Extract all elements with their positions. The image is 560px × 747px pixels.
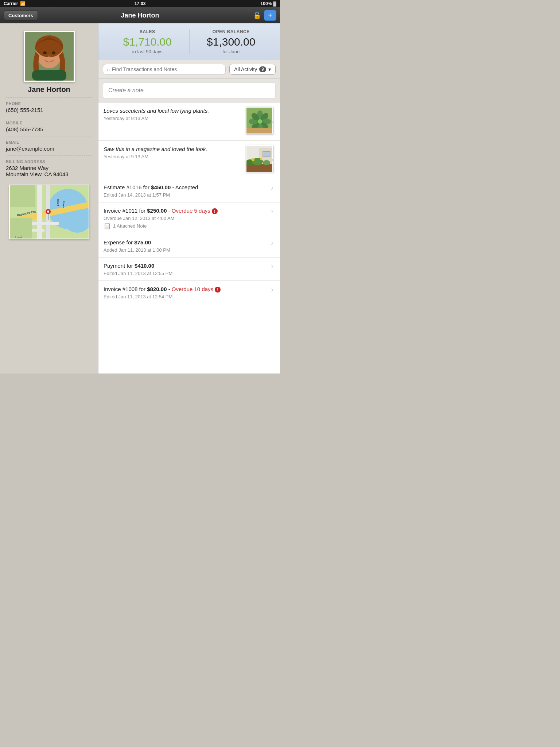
wifi-icon: 📶 xyxy=(20,1,26,6)
filter-button[interactable]: All Activity 9 ▾ xyxy=(229,64,276,75)
list-item[interactable]: Estimate #1016 for $450.00 - Accepted Ed… xyxy=(98,179,280,202)
note-text-italic: Loves succulents and local low lying pla… xyxy=(104,108,209,114)
balance-stat: OPEN BALANCE $1,300.00 for Jane xyxy=(189,29,273,54)
svg-text:Legal: Legal xyxy=(15,236,22,239)
activity-text: Estimate #1016 for $450.00 - Accepted Ed… xyxy=(104,183,272,198)
svg-point-20 xyxy=(47,210,49,213)
map-frame[interactable]: Bayshore Fwy Moun Shore Legal xyxy=(9,185,89,239)
map-svg: Bayshore Fwy Moun Shore Legal xyxy=(10,185,89,239)
list-item[interactable]: Expense for $75.00 Added Jan 11, 2013 at… xyxy=(98,234,280,258)
chevron-right-icon: › xyxy=(271,207,273,215)
estimate-suffix: - Accepted xyxy=(171,184,198,190)
list-item[interactable]: Loves succulents and local low lying pla… xyxy=(98,102,280,141)
email-row: EMAIL jane@example.com xyxy=(6,136,92,155)
svg-point-4 xyxy=(52,51,55,54)
carrier-label: Carrier xyxy=(4,1,18,6)
main-content: SALES $1,710.00 in last 90 days OPEN BAL… xyxy=(98,23,280,374)
list-item[interactable]: Invoice #1011 for $250.00 - Overdue 5 da… xyxy=(98,202,280,234)
invoice2-prefix: Invoice #1008 for xyxy=(104,286,147,292)
payment-prefix: Payment for xyxy=(104,263,135,269)
thumb-image xyxy=(246,145,273,173)
chevron-right-icon: › xyxy=(272,156,273,163)
phone-row: PHONE (650) 555-2151 xyxy=(6,97,92,117)
svg-point-35 xyxy=(258,119,262,124)
activity-subtitle: Edited Jan 11, 2013 at 12:55 PM xyxy=(104,271,269,276)
garden-svg xyxy=(246,146,273,173)
activity-text: Expense for $75.00 Added Jan 11, 2013 at… xyxy=(104,239,272,253)
activity-text: Payment for $410.00 Edited Jan 11, 2013 … xyxy=(104,262,272,276)
lock-icon[interactable]: 🔓 xyxy=(253,11,261,19)
expense-amount: $75.00 xyxy=(134,239,151,245)
chevron-right-icon: › xyxy=(271,285,273,294)
back-button[interactable]: Customers xyxy=(4,11,38,20)
map-background: Bayshore Fwy Moun Shore Legal xyxy=(10,185,89,239)
mobile-value[interactable]: (408) 555-7735 xyxy=(6,126,92,132)
chevron-down-icon: ▾ xyxy=(268,66,271,72)
activity-subtitle: Edited Jan 11, 2013 at 12:54 PM xyxy=(104,294,269,299)
balance-sub: for Jane xyxy=(190,49,273,54)
avatar-image xyxy=(25,32,74,81)
chevron-right-icon: › xyxy=(272,118,273,125)
expense-prefix: Expense for xyxy=(104,239,134,245)
search-input[interactable] xyxy=(112,66,222,72)
activity-thumbnail: › xyxy=(246,107,275,136)
billing-address-row: BILLING ADDRESS 2632 Marine Way Mountain… xyxy=(6,155,92,181)
main-layout: Jane Horton PHONE (650) 555-2151 MOBILE … xyxy=(0,23,280,374)
activity-title: Expense for $75.00 xyxy=(104,239,269,246)
list-item[interactable]: Payment for $410.00 Edited Jan 11, 2013 … xyxy=(98,258,280,281)
sales-label: SALES xyxy=(106,29,189,34)
invoice2-dash: - xyxy=(167,286,171,292)
billing-label: BILLING ADDRESS xyxy=(6,159,92,164)
chevron-right-icon: › xyxy=(271,262,273,270)
list-item[interactable]: Invoice #1008 for $820.00 - Overdue 10 d… xyxy=(98,281,280,304)
status-right: ↑ 100% ▓ xyxy=(257,1,276,6)
activity-title: Saw this in a magazine and loved the loo… xyxy=(104,145,242,153)
battery-label: 100% xyxy=(261,1,272,6)
activity-thumbnail: › xyxy=(246,145,275,174)
activity-text: Invoice #1008 for $820.00 - Overdue 10 d… xyxy=(104,285,272,299)
invoice-amount: $250.00 xyxy=(147,208,167,214)
activity-subtitle: Yesterday at 9:13 AM xyxy=(104,116,242,121)
customer-name: Jane Horton xyxy=(28,85,70,94)
svg-text:Shore: Shore xyxy=(62,201,65,208)
svg-point-44 xyxy=(252,158,254,161)
activity-subtitle: Added Jan 11, 2013 at 1:00 PM xyxy=(104,247,269,253)
nav-bar: Customers Jane Horton 🔓 + xyxy=(0,7,280,23)
svg-rect-14 xyxy=(10,185,35,207)
filter-count: 9 xyxy=(259,66,266,72)
stats-section: SALES $1,710.00 in last 90 days OPEN BAL… xyxy=(98,23,280,60)
list-item[interactable]: Saw this in a magazine and loved the loo… xyxy=(98,141,280,179)
mobile-label: MOBILE xyxy=(6,121,92,125)
status-left: Carrier 📶 xyxy=(4,1,26,6)
add-button[interactable]: + xyxy=(264,10,276,21)
email-label: EMAIL xyxy=(6,140,92,144)
search-input-wrap[interactable]: ⌕ xyxy=(103,64,226,75)
contact-section: PHONE (650) 555-2151 MOBILE (408) 555-77… xyxy=(0,97,98,181)
note-count-label: 1 Attached Note xyxy=(113,223,147,229)
billing-line2: Mountain View, CA 94043 xyxy=(6,171,92,177)
svg-rect-40 xyxy=(246,164,273,173)
create-note-input[interactable] xyxy=(103,82,276,98)
phone-value[interactable]: (650) 555-2151 xyxy=(6,107,92,113)
note-icon: 📋 xyxy=(104,222,111,229)
search-icon: ⌕ xyxy=(107,66,110,72)
avatar-section: Jane Horton xyxy=(0,23,98,97)
status-bar: Carrier 📶 17:03 ↑ 100% ▓ xyxy=(0,0,280,7)
nav-right-actions: 🔓 + xyxy=(253,10,276,21)
activity-text: Saw this in a magazine and loved the loo… xyxy=(104,145,246,159)
balance-amount: $1,300.00 xyxy=(190,36,273,48)
sales-amount: $1,710.00 xyxy=(106,36,189,48)
svg-rect-5 xyxy=(32,70,66,81)
email-value[interactable]: jane@example.com xyxy=(6,146,92,152)
payment-amount: $410.00 xyxy=(135,263,154,269)
svg-point-43 xyxy=(263,160,270,165)
chevron-right-icon: › xyxy=(271,239,273,247)
note-text-italic: Saw this in a magazine and loved the loo… xyxy=(104,146,207,152)
billing-line1: 2632 Marine Way xyxy=(6,165,92,171)
activity-subtitle: Yesterday at 9:13 AM xyxy=(104,154,242,159)
filter-label: All Activity xyxy=(234,66,257,72)
thumb-image xyxy=(246,107,273,134)
map-section[interactable]: Bayshore Fwy Moun Shore Legal xyxy=(0,181,98,239)
overdue-text: Overdue 10 days xyxy=(172,286,213,292)
svg-point-3 xyxy=(43,51,47,54)
